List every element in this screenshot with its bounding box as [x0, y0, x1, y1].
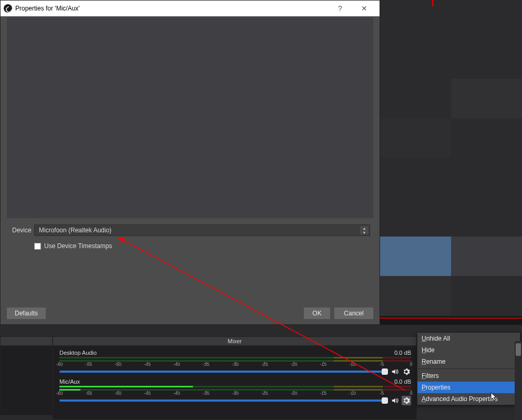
- slider-thumb[interactable]: [382, 368, 388, 375]
- use-timestamps-checkbox[interactable]: [34, 243, 41, 250]
- device-select[interactable]: Microfoon (Realtek Audio) ▲ ▼: [34, 224, 370, 236]
- audio-meter: -60-55-50-45-40-35-30-25-20-15-10-50: [59, 357, 411, 365]
- ok-button[interactable]: OK: [304, 308, 330, 319]
- gear-icon[interactable]: [402, 367, 411, 376]
- menu-item-rename[interactable]: Rename: [417, 356, 520, 367]
- titlebar[interactable]: Properties for 'Mic/Aux' ? ✕: [1, 1, 380, 16]
- chevron-up-icon: ▲: [360, 226, 369, 230]
- side-panel: [0, 346, 53, 415]
- mixer-panel: Desktop Audio0.0 dB-60-55-50-45-40-35-30…: [53, 346, 417, 419]
- properties-dialog: Properties for 'Mic/Aux' ? ✕ Device Micr…: [0, 0, 380, 325]
- gear-icon[interactable]: [402, 396, 411, 405]
- playhead-marker: [432, 0, 433, 6]
- window-title: Properties for 'Mic/Aux': [15, 5, 80, 12]
- channel-name: Mic/Aux: [59, 378, 394, 385]
- context-menu: Unhide AllHideRenameFiltersPropertiesAdv…: [417, 332, 520, 405]
- mixer-channel: Mic/Aux0.0 dB-60-55-50-45-40-35-30-25-20…: [59, 378, 411, 405]
- panel-header-empty: [0, 336, 53, 346]
- scrollbar-thumb[interactable]: [516, 343, 521, 356]
- slider-thumb[interactable]: [382, 397, 388, 404]
- channel-name: Desktop Audio: [59, 350, 394, 356]
- menu-item-advanced-audio-properties[interactable]: Advanced Audio Properties: [417, 393, 520, 405]
- speaker-icon[interactable]: [390, 367, 400, 376]
- obs-icon: [4, 4, 12, 13]
- help-button[interactable]: ?: [328, 1, 352, 16]
- cancel-button[interactable]: Cancel: [334, 308, 373, 319]
- mouse-cursor: [490, 392, 498, 402]
- volume-slider[interactable]: [59, 371, 388, 373]
- device-label: Device: [12, 227, 34, 234]
- close-button[interactable]: ✕: [352, 1, 376, 16]
- mixer-title: Mixer: [53, 336, 417, 346]
- device-select-value: Microfoon (Realtek Audio): [39, 227, 111, 234]
- menu-item-properties[interactable]: Properties: [417, 382, 520, 393]
- defaults-button[interactable]: Defaults: [7, 308, 46, 319]
- speaker-icon[interactable]: [390, 396, 400, 405]
- source-preview: [7, 17, 373, 218]
- use-timestamps-label: Use Device Timestamps: [44, 242, 112, 250]
- chevron-down-icon: ▼: [360, 230, 369, 234]
- menu-item-hide[interactable]: Hide: [417, 344, 520, 356]
- channel-db: 0.0 dB: [394, 378, 411, 385]
- vertical-scrollbar[interactable]: [515, 341, 522, 420]
- menu-separator: [417, 368, 520, 369]
- menu-item-unhide-all[interactable]: Unhide All: [417, 333, 520, 344]
- channel-db: 0.0 dB: [394, 350, 411, 356]
- audio-meter: -60-55-50-45-40-35-30-25-20-15-10-50: [59, 386, 411, 394]
- mixer-channel: Desktop Audio0.0 dB-60-55-50-45-40-35-30…: [59, 350, 411, 376]
- select-spinner[interactable]: ▲ ▼: [360, 226, 369, 234]
- menu-item-filters[interactable]: Filters: [417, 370, 520, 382]
- volume-slider[interactable]: [59, 399, 388, 402]
